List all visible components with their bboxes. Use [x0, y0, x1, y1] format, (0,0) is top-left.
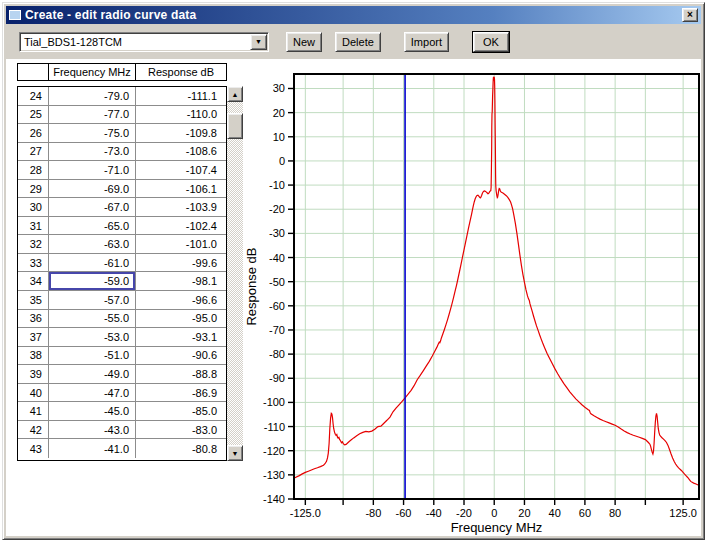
ok-button[interactable]: OK — [473, 32, 509, 52]
response-cell[interactable]: -106.1 — [136, 180, 226, 198]
toolbar: Tial_BDS1-128TCM ▼ New Delete Import OK — [6, 24, 701, 59]
scroll-up-icon[interactable]: ▲ — [227, 86, 243, 102]
scrollbar-thumb[interactable] — [227, 113, 243, 139]
frequency-cell[interactable]: -65.0 — [49, 217, 136, 235]
frequency-cell[interactable]: -79.0 — [49, 87, 136, 105]
frequency-cell[interactable]: -71.0 — [49, 161, 136, 179]
response-cell[interactable]: -88.8 — [136, 365, 226, 383]
response-cell[interactable]: -83.0 — [136, 421, 226, 439]
row-number-cell[interactable]: 36 — [18, 310, 49, 328]
frequency-cell[interactable]: -55.0 — [49, 310, 136, 328]
frequency-cell[interactable]: -75.0 — [49, 124, 136, 142]
y-tick-label: 20 — [273, 107, 285, 119]
row-number-cell[interactable]: 31 — [18, 217, 49, 235]
close-button[interactable]: × — [682, 8, 698, 22]
response-cell[interactable]: -86.9 — [136, 384, 226, 402]
frequency-cell[interactable]: -53.0 — [49, 328, 136, 346]
row-number-cell[interactable]: 39 — [18, 365, 49, 383]
frequency-cell[interactable]: -49.0 — [49, 365, 136, 383]
title-bar[interactable]: Create - edit radio curve data × — [6, 6, 701, 24]
y-tick-label: -70 — [269, 324, 285, 336]
response-cell[interactable]: -85.0 — [136, 402, 226, 420]
curve-selector[interactable]: Tial_BDS1-128TCM ▼ — [19, 32, 269, 52]
y-tick-label: -140 — [263, 493, 285, 505]
response-chart[interactable]: 3020100-10-20-30-40-50-60-70-80-90-100-1… — [244, 59, 701, 535]
curve-data-grid: Frequency MHz Response dB 24-79.0-111.12… — [17, 63, 243, 461]
y-tick-label: 0 — [279, 155, 285, 167]
grid-scrollbar[interactable]: ▲ ▼ — [227, 86, 243, 461]
frequency-cell[interactable]: -67.0 — [49, 198, 136, 216]
table-row: 42-43.0-83.0 — [18, 421, 226, 440]
row-number-cell[interactable]: 26 — [18, 124, 49, 142]
response-cell[interactable]: -98.1 — [136, 272, 226, 290]
chart-svg[interactable]: 3020100-10-20-30-40-50-60-70-80-90-100-1… — [244, 59, 701, 535]
response-cell[interactable]: -90.6 — [136, 347, 226, 365]
y-tick-label: 30 — [273, 82, 285, 94]
table-row: 38-51.0-90.6 — [18, 347, 226, 366]
y-tick-label: -110 — [264, 421, 285, 433]
response-cell[interactable]: -93.1 — [136, 328, 226, 346]
frequency-cell[interactable]: -51.0 — [49, 347, 136, 365]
table-row: 34-59.0-98.1 — [18, 272, 226, 291]
frequency-cell[interactable]: -69.0 — [49, 180, 136, 198]
new-button[interactable]: New — [286, 32, 322, 52]
response-cell[interactable]: -101.0 — [136, 235, 226, 253]
row-number-cell[interactable]: 42 — [18, 421, 49, 439]
row-number-cell[interactable]: 41 — [18, 402, 49, 420]
table-row: 41-45.0-85.0 — [18, 402, 226, 421]
response-cell[interactable]: -103.9 — [136, 198, 226, 216]
window-icon — [9, 10, 21, 20]
x-tick-label: 40 — [549, 507, 561, 519]
x-tick-label: 20 — [518, 507, 530, 519]
dropdown-arrow-icon[interactable]: ▼ — [250, 34, 267, 50]
response-cell[interactable]: -80.8 — [136, 439, 226, 458]
row-number-cell[interactable]: 29 — [18, 180, 49, 198]
x-tick-label: 80 — [609, 507, 621, 519]
row-number-cell[interactable]: 34 — [18, 272, 49, 290]
y-axis-title: Response dB — [244, 247, 259, 325]
response-cell[interactable]: -108.6 — [136, 143, 226, 161]
frequency-cell[interactable]: -73.0 — [49, 143, 136, 161]
plot-area — [294, 74, 699, 499]
row-number-cell[interactable]: 43 — [18, 439, 49, 458]
row-number-cell[interactable]: 28 — [18, 161, 49, 179]
frequency-cell[interactable]: -59.0 — [49, 272, 136, 290]
row-number-cell[interactable]: 40 — [18, 384, 49, 402]
row-number-cell[interactable]: 35 — [18, 291, 49, 309]
x-axis-title: Frequency MHz — [451, 520, 543, 535]
y-tick-label: -130 — [263, 469, 285, 481]
table-row: 33-61.0-99.6 — [18, 254, 226, 273]
row-number-cell[interactable]: 24 — [18, 87, 49, 105]
row-number-cell[interactable]: 25 — [18, 106, 49, 124]
frequency-cell[interactable]: -43.0 — [49, 421, 136, 439]
response-cell[interactable]: -102.4 — [136, 217, 226, 235]
frequency-cell[interactable]: -41.0 — [49, 439, 136, 458]
import-button[interactable]: Import — [404, 32, 449, 52]
scroll-down-icon[interactable]: ▼ — [227, 445, 243, 461]
row-number-cell[interactable]: 30 — [18, 198, 49, 216]
row-number-cell[interactable]: 32 — [18, 235, 49, 253]
frequency-cell[interactable]: -63.0 — [49, 235, 136, 253]
response-cell[interactable]: -107.4 — [136, 161, 226, 179]
frequency-cell[interactable]: -57.0 — [49, 291, 136, 309]
row-number-cell[interactable]: 33 — [18, 254, 49, 272]
frequency-cell[interactable]: -61.0 — [49, 254, 136, 272]
response-cell[interactable]: -95.0 — [136, 310, 226, 328]
row-number-cell[interactable]: 27 — [18, 143, 49, 161]
scrollbar-track[interactable] — [227, 139, 243, 445]
response-cell[interactable]: -109.8 — [136, 124, 226, 142]
row-number-cell[interactable]: 37 — [18, 328, 49, 346]
response-cell[interactable]: -110.0 — [136, 106, 226, 124]
table-row: 25-77.0-110.0 — [18, 106, 226, 125]
response-cell[interactable]: -96.6 — [136, 291, 226, 309]
response-cell[interactable]: -99.6 — [136, 254, 226, 272]
row-number-cell[interactable]: 38 — [18, 347, 49, 365]
delete-button[interactable]: Delete — [335, 32, 381, 52]
x-tick-label: -20 — [456, 507, 472, 519]
table-row: 26-75.0-109.8 — [18, 124, 226, 143]
frequency-cell[interactable]: -47.0 — [49, 384, 136, 402]
frequency-cell[interactable]: -77.0 — [49, 106, 136, 124]
response-cell[interactable]: -111.1 — [136, 87, 226, 105]
frequency-cell[interactable]: -45.0 — [49, 402, 136, 420]
y-tick-label: -90 — [269, 372, 285, 384]
